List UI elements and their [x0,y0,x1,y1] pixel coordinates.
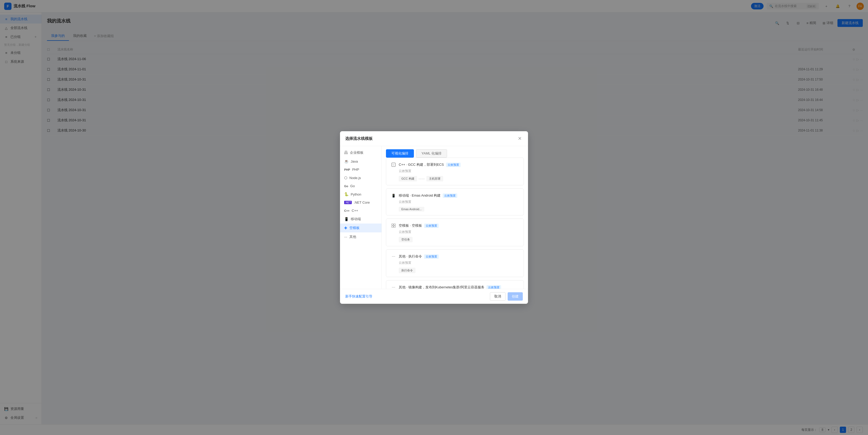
modal-footer: 新手快速配置引导 取消 创建 [340,289,528,304]
template-card-other-exec[interactable]: ··· 其他 · 执行命令 云效预置 云效预置 执行命令 [386,250,524,277]
cancel-button[interactable]: 取消 [490,292,505,301]
cpp-icon: C++ [344,209,350,212]
empty-template-icon: ✚ [344,226,347,230]
template-subtitle: 云效预置 [399,200,519,204]
template-card-empty[interactable]: 空模板 · 空模板 云效预置 云效预置 空任务 [386,219,524,246]
arrow-icon: —— [418,177,425,181]
create-button[interactable]: 创建 [508,292,523,301]
template-subtitle: 云效预置 [399,261,519,265]
go-icon: Go [344,184,348,188]
java-icon: ☕ [344,159,349,164]
template-title: 空模板 · 空模板 [399,223,422,228]
template-steps: GCC 构建 —— 主机部署 [399,176,519,181]
template-steps: 执行命令 [399,268,519,273]
svg-rect-4 [392,226,393,227]
empty-icon [391,223,397,229]
modal-sidebar-php[interactable]: PHP PHP [340,166,381,174]
template-badge: 云效预置 [487,285,501,289]
k8s-icon: ··· [391,284,397,289]
modal-sidebar-label: 企业模板 [350,150,364,155]
modal-sidebar-dotnet[interactable]: .NET .NET Core [340,198,381,206]
modal-title: 选择流水线模板 [345,136,373,141]
modal-tabs: 可视化编排 YAML 化编排 [382,146,528,157]
cpp-template-icon: C [391,162,397,168]
template-card-header: ··· 其他 · 执行命令 云效预置 [391,253,519,260]
modal-sidebar-mobile[interactable]: 📱 移动端 [340,214,381,224]
modal-sidebar-nodejs[interactable]: ⬡ Node.js [340,174,381,182]
python-icon: 🐍 [344,192,349,196]
template-title: 其他 · 执行命令 [399,254,422,259]
template-subtitle: 云效预置 [399,230,519,234]
other-icon: ··· [344,235,347,239]
modal-sidebar-label: PHP [352,168,359,172]
template-card-header: 空模板 · 空模板 云效预置 [391,223,519,229]
svg-rect-2 [392,224,393,225]
footer-buttons: 取消 创建 [490,292,523,301]
modal-header: 选择流水线模板 ✕ [340,131,528,146]
template-step: 主机部署 [427,176,443,181]
tab-yaml[interactable]: YAML 化编排 [416,149,447,157]
modal-sidebar-label: C++ [352,209,358,212]
php-icon: PHP [344,168,350,171]
svg-text:C: C [393,164,394,166]
modal-sidebar-enterprise[interactable]: 品 企业模板 [340,148,381,157]
template-list: C C++ · GCC 构建，部署到ECS 云效预置 云效预置 GCC 构建 —… [382,157,528,289]
template-step: 空任务 [399,237,412,242]
template-step: 执行命令 [399,268,415,273]
svg-rect-3 [394,224,395,225]
modal-sidebar-go[interactable]: Go Go [340,182,381,190]
enterprise-icon: 品 [344,150,348,155]
modal-sidebar: 品 企业模板 ☕ Java PHP PHP ⬡ Node.js Go Go [340,146,382,289]
template-title: 移动端 · Emas Android 构建 [399,193,440,198]
nodejs-icon: ⬡ [344,176,347,180]
exec-icon: ··· [391,253,397,260]
modal-sidebar-label: .NET Core [354,201,370,204]
template-card-header: 📱 移动端 · Emas Android 构建 云效预置 [391,193,519,199]
modal-sidebar-empty[interactable]: ✚ 空模板 [340,224,381,232]
template-card-cpp-gcc[interactable]: C C++ · GCC 构建，部署到ECS 云效预置 云效预置 GCC 构建 —… [386,157,524,185]
mobile-template-icon: 📱 [391,193,397,199]
modal-sidebar-label: Java [351,160,358,164]
template-card-header: C C++ · GCC 构建，部署到ECS 云效预置 [391,162,519,168]
svg-rect-5 [394,226,395,227]
template-title: 其他 · 镜像构建，发布到Kubernetes集群/阿里云容器服务 [399,285,485,289]
modal-sidebar-label: Go [350,184,354,188]
template-subtitle: 云效预置 [399,169,519,173]
modal-sidebar-label: Node.js [349,176,361,180]
modal-sidebar-label: 其他 [349,234,356,239]
template-steps: 空任务 [399,237,519,242]
mobile-icon: 📱 [344,217,349,221]
modal-close-button[interactable]: ✕ [517,136,523,142]
dotnet-icon: .NET [344,201,352,204]
modal-sidebar-java[interactable]: ☕ Java [340,157,381,166]
template-card-other-k8s[interactable]: ··· 其他 · 镜像构建，发布到Kubernetes集群/阿里云容器服务 云效… [386,280,524,289]
quick-guide-link[interactable]: 新手快速配置引导 [345,294,372,299]
modal-sidebar-cpp[interactable]: C++ C++ [340,206,381,214]
modal-sidebar-python[interactable]: 🐍 Python [340,190,381,198]
modal-main-content: 可视化编排 YAML 化编排 C C++ · GCC 构建，部署到ECS 云效预… [382,146,528,289]
template-steps: Emas Android... [399,207,519,211]
template-step: Emas Android... [399,207,424,211]
modal-overlay[interactable]: 选择流水线模板 ✕ 品 企业模板 ☕ Java PHP PHP ⬡ [0,0,868,435]
modal-sidebar-label: 空模板 [349,226,360,230]
modal-body: 品 企业模板 ☕ Java PHP PHP ⬡ Node.js Go Go [340,146,528,289]
template-badge: 云效预置 [424,224,439,228]
tab-visual[interactable]: 可视化编排 [386,149,414,157]
modal: 选择流水线模板 ✕ 品 企业模板 ☕ Java PHP PHP ⬡ [340,131,528,304]
template-title: C++ · GCC 构建，部署到ECS [399,162,444,167]
modal-sidebar-label: 移动端 [351,217,361,222]
template-card-header: ··· 其他 · 镜像构建，发布到Kubernetes集群/阿里云容器服务 云效… [391,284,519,289]
template-badge: 云效预置 [443,194,457,198]
template-step: GCC 构建 [399,176,417,181]
modal-sidebar-label: Python [351,193,361,196]
template-badge: 云效预置 [424,254,439,259]
template-card-mobile-emas[interactable]: 📱 移动端 · Emas Android 构建 云效预置 云效预置 Emas A… [386,188,524,215]
template-badge: 云效预置 [446,163,461,167]
modal-sidebar-other[interactable]: ··· 其他 [340,232,381,241]
